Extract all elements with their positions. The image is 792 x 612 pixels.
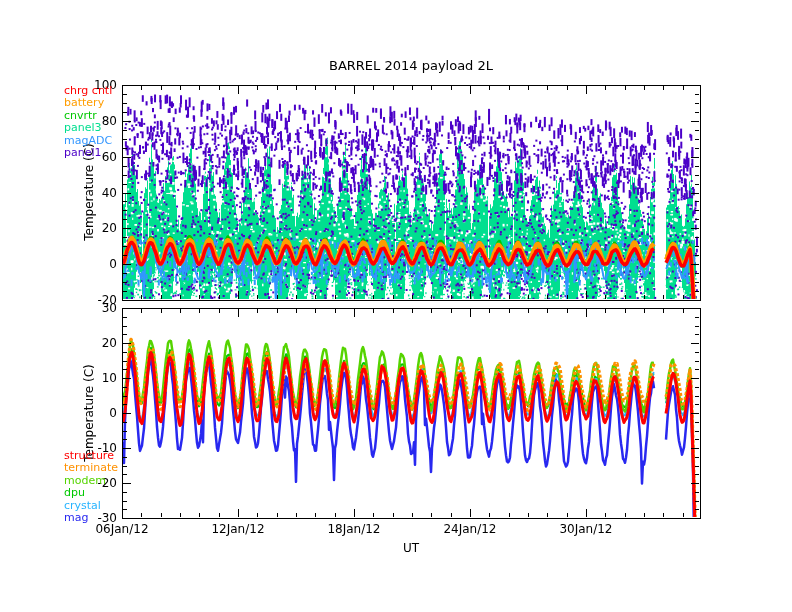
y-tick-label: 0 (0, 257, 117, 271)
legend-battery: battery (64, 97, 104, 109)
legend-terminate: terminate (64, 462, 118, 474)
x-tick-label: 18Jan/12 (309, 522, 399, 536)
x-tick-label: 12Jan/12 (193, 522, 283, 536)
x-tick-label: 06Jan/12 (77, 522, 167, 536)
x-tick-label: 30Jan/12 (541, 522, 631, 536)
legend-modem: modem (64, 475, 106, 487)
y-tick-label: 0 (0, 406, 117, 420)
legend-chrg-cntl: chrg cntl (64, 85, 112, 97)
y-tick-label: 10 (0, 371, 117, 385)
legend-panel1: panel1 (64, 147, 102, 159)
legend-dpu: dpu (64, 487, 85, 499)
y-tick-label: 40 (0, 186, 117, 200)
y-tick-label: 30 (0, 301, 117, 315)
y-tick-label: 20 (0, 336, 117, 350)
chart-title: BARREL 2014 payload 2L (122, 58, 700, 73)
legend-crystal: crystal (64, 500, 101, 512)
legend-structure: structure (64, 450, 114, 462)
legend-cnvrtr: cnvrtr (64, 110, 97, 122)
legend-mag: mag (64, 512, 88, 524)
x-tick-label: 24Jan/12 (425, 522, 515, 536)
chart-canvas (0, 0, 792, 612)
y-tick-label: 20 (0, 221, 117, 235)
legend-magADC: magADC (64, 135, 112, 147)
legend-panel3: panel3 (64, 122, 102, 134)
x-axis-label: UT (122, 541, 700, 555)
plot-figure: BARREL 2014 payload 2L Temperature (C) T… (0, 0, 792, 612)
